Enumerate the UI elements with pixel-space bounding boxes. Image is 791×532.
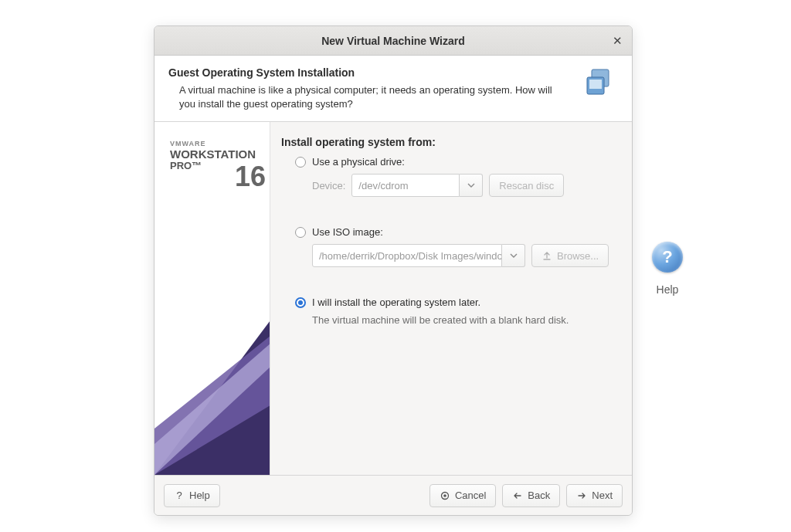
option-iso-image: Use ISO image: /home/derrik/Dropbox/Disk… xyxy=(281,226,616,267)
svg-rect-2 xyxy=(589,80,602,89)
upload-icon xyxy=(541,250,552,261)
next-button[interactable]: Next xyxy=(566,484,623,507)
iso-path-value: /home/derrik/Dropbox/Disk Images/windows… xyxy=(312,244,502,267)
brand-workstation: WORKSTATION xyxy=(170,148,259,161)
brand-graphic xyxy=(154,243,270,475)
option-physical-drive: Use a physical drive: Device: /dev/cdrom… xyxy=(281,156,616,197)
svg-point-7 xyxy=(443,494,446,497)
back-button[interactable]: Back xyxy=(502,484,560,507)
titlebar[interactable]: New Virtual Machine Wizard ✕ xyxy=(154,26,632,56)
device-value: /dev/cdrom xyxy=(351,174,460,197)
rescan-disc-button[interactable]: Rescan disc xyxy=(489,174,564,197)
label-iso-image: Use ISO image: xyxy=(312,226,383,238)
vm-icon xyxy=(584,68,615,99)
arrow-right-icon xyxy=(576,490,587,501)
cancel-icon xyxy=(440,490,450,501)
option-install-later: I will install the operating system late… xyxy=(281,296,616,326)
page-title: Guest Operating System Installation xyxy=(168,66,575,79)
new-vm-wizard-dialog: New Virtual Machine Wizard ✕ Guest Opera… xyxy=(154,25,633,516)
close-icon[interactable]: ✕ xyxy=(607,31,627,51)
cancel-button[interactable]: Cancel xyxy=(429,484,496,507)
help-icon: ? xyxy=(174,490,185,501)
page-description: A virtual machine is like a physical com… xyxy=(168,83,570,110)
help-shortcut-label: Help xyxy=(637,283,698,296)
label-install-later: I will install the operating system late… xyxy=(312,296,480,308)
iso-path-select[interactable]: /home/derrik/Dropbox/Disk Images/windows… xyxy=(312,244,525,267)
help-orb-icon: ? xyxy=(652,242,683,273)
chevron-down-icon[interactable] xyxy=(460,174,483,197)
help-button[interactable]: ? Help xyxy=(164,484,220,507)
install-from-title: Install operating system from: xyxy=(281,136,616,148)
wizard-footer: ? Help Cancel Back Next xyxy=(154,475,632,515)
radio-install-later[interactable] xyxy=(295,297,306,308)
window-title: New Virtual Machine Wizard xyxy=(321,35,465,47)
brand-sidebar: VMWARE WORKSTATION PRO™ 16 xyxy=(154,122,270,475)
device-label: Device: xyxy=(312,180,345,191)
wizard-content: Install operating system from: Use a phy… xyxy=(270,122,632,475)
radio-physical-drive[interactable] xyxy=(295,157,306,168)
brand-version: 16 xyxy=(235,161,266,193)
desktop-help-shortcut[interactable]: ? Help xyxy=(637,242,698,296)
install-later-sub: The virtual machine will be created with… xyxy=(295,314,616,326)
chevron-down-icon[interactable] xyxy=(502,244,525,267)
wizard-header: Guest Operating System Installation A vi… xyxy=(154,56,632,122)
label-physical-drive: Use a physical drive: xyxy=(312,156,405,168)
device-select[interactable]: /dev/cdrom xyxy=(351,174,483,197)
arrow-left-icon xyxy=(512,490,523,501)
browse-button[interactable]: Browse... xyxy=(531,244,609,267)
radio-iso-image[interactable] xyxy=(295,227,306,238)
